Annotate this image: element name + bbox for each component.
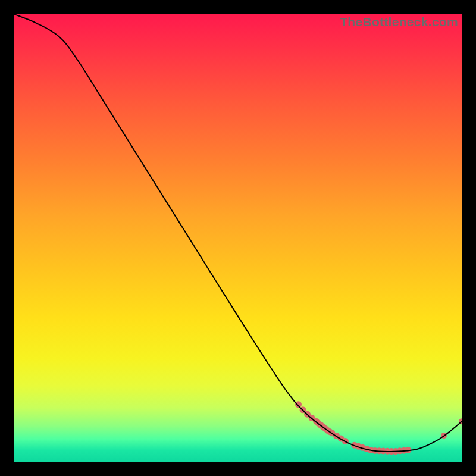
bottleneck-curve [14, 14, 462, 452]
chart-frame: TheBottleneck.com [14, 14, 462, 462]
data-point [295, 401, 302, 408]
watermark-text: TheBottleneck.com [340, 15, 458, 29]
data-markers [295, 401, 462, 455]
chart-svg [14, 14, 462, 462]
